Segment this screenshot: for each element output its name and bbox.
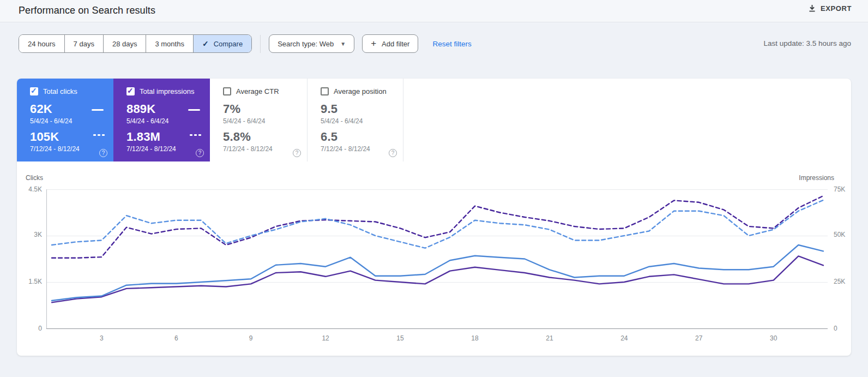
- x-axis-tick: 21: [541, 334, 558, 342]
- chevron-down-icon: ▼: [340, 41, 346, 47]
- left-axis-title: Clicks: [26, 174, 43, 182]
- search-type-dropdown[interactable]: Search type: Web ▼: [269, 34, 354, 53]
- left-axis-tick: 1.5K: [17, 278, 42, 285]
- metric-range-period1: 5/4/24 - 6/4/24: [223, 117, 298, 125]
- checkbox-checked-icon[interactable]: ✓: [30, 87, 38, 95]
- metric-range-period1: 5/4/24 - 6/4/24: [321, 117, 394, 125]
- date-range-segmented-control: 24 hours 7 days 28 days 3 months ✓ Compa…: [19, 34, 252, 53]
- x-axis-tick: 12: [317, 334, 334, 342]
- left-axis-tick: 4.5K: [17, 185, 42, 193]
- metric-card-average-position[interactable]: Average position 9.5 5/4/24 - 6/4/24 6.5…: [307, 79, 403, 161]
- performance-panel: ✓ Total clicks 62K 5/4/24 - 6/4/24 105K …: [17, 79, 851, 356]
- left-axis-tick: 0: [17, 325, 42, 332]
- compare-label: Compare: [214, 40, 243, 48]
- check-icon: ✓: [202, 39, 209, 48]
- solid-line-icon: [92, 109, 104, 111]
- metric-card-average-ctr[interactable]: Average CTR 7% 5/4/24 - 6/4/24 5.8% 7/12…: [210, 79, 307, 161]
- date-range-28-days[interactable]: 28 days: [103, 35, 146, 52]
- date-range-compare[interactable]: ✓ Compare: [193, 35, 251, 52]
- export-label: EXPORT: [821, 4, 852, 13]
- help-icon[interactable]: ?: [196, 149, 204, 157]
- metric-cards-row: ✓ Total clicks 62K 5/4/24 - 6/4/24 105K …: [17, 79, 403, 161]
- checkbox-checked-icon[interactable]: ✓: [126, 87, 135, 95]
- left-axis-tick: 3K: [17, 231, 42, 238]
- right-axis-tick: 50K: [834, 231, 855, 238]
- date-range-3-months[interactable]: 3 months: [146, 35, 192, 52]
- metric-card-total-clicks[interactable]: ✓ Total clicks 62K 5/4/24 - 6/4/24 105K …: [17, 79, 113, 161]
- metric-label: Average CTR: [236, 87, 279, 95]
- x-axis-tick: 18: [467, 334, 483, 342]
- date-range-7-days[interactable]: 7 days: [64, 35, 103, 52]
- metric-range-period2: 7/12/24 - 8/12/24: [126, 145, 201, 153]
- x-axis-tick: 15: [392, 334, 408, 342]
- filter-divider: [260, 35, 261, 53]
- metric-card-total-impressions[interactable]: ✓ Total impressions 889K 5/4/24 - 6/4/24…: [113, 79, 210, 161]
- metric-value-period2: 105K: [30, 130, 105, 144]
- x-axis-tick: 30: [765, 334, 782, 342]
- metric-label: Total clicks: [43, 87, 77, 95]
- right-axis-tick: 75K: [834, 185, 855, 193]
- right-axis-tick: 25K: [834, 278, 855, 285]
- dashed-line-icon: [93, 134, 105, 136]
- add-filter-button[interactable]: + Add filter: [362, 34, 418, 53]
- checkbox-unchecked-icon[interactable]: [321, 87, 329, 95]
- last-update-text: Last update: 3.5 hours ago: [763, 39, 851, 47]
- right-axis-title: Impressions: [799, 174, 834, 182]
- series-line-impressions-5-4-24-6-4-24: [52, 256, 823, 302]
- x-axis-tick: 6: [168, 334, 184, 342]
- series-line-clicks-7-12-24-8-12-24: [52, 200, 823, 248]
- solid-line-icon: [188, 109, 200, 111]
- help-icon[interactable]: ?: [99, 149, 107, 157]
- metric-label: Average position: [334, 87, 387, 95]
- x-axis-tick: 27: [691, 334, 707, 342]
- series-line-impressions-7-12-24-8-12-24: [52, 196, 823, 258]
- export-button[interactable]: EXPORT: [808, 4, 852, 13]
- right-axis-tick: 0: [834, 325, 855, 332]
- filter-bar: 24 hours 7 days 28 days 3 months ✓ Compa…: [0, 23, 868, 67]
- metric-value-period1: 9.5: [321, 102, 394, 116]
- page-title: Performance on Search results: [19, 5, 155, 16]
- metric-range-period1: 5/4/24 - 6/4/24: [30, 117, 105, 125]
- help-icon[interactable]: ?: [389, 149, 397, 157]
- metric-value-period1: 7%: [223, 102, 298, 116]
- performance-line-chart: [46, 189, 828, 329]
- metric-value-period2: 5.8%: [223, 130, 298, 144]
- metric-value-period2: 6.5: [321, 130, 394, 144]
- metric-range-period1: 5/4/24 - 6/4/24: [126, 117, 201, 125]
- x-axis-tick: 3: [93, 334, 110, 342]
- x-axis-tick: 9: [243, 334, 259, 342]
- metric-range-period2: 7/12/24 - 8/12/24: [321, 145, 394, 153]
- metric-label: Total impressions: [140, 87, 194, 95]
- date-range-24-hours[interactable]: 24 hours: [19, 35, 64, 52]
- help-icon[interactable]: ?: [293, 149, 301, 157]
- dashed-line-icon: [190, 134, 201, 136]
- metric-range-period2: 7/12/24 - 8/12/24: [223, 145, 298, 153]
- checkbox-unchecked-icon[interactable]: [223, 87, 231, 95]
- plus-icon: +: [371, 38, 376, 49]
- x-axis-tick: 24: [616, 334, 632, 342]
- metric-value-period2: 1.83M: [126, 130, 201, 144]
- page-header: Performance on Search results EXPORT: [0, 0, 868, 22]
- series-line-clicks-5-4-24-6-4-24: [52, 245, 823, 301]
- download-icon: [808, 4, 816, 13]
- reset-filters-link[interactable]: Reset filters: [432, 40, 471, 48]
- metric-range-period2: 7/12/24 - 8/12/24: [30, 145, 105, 153]
